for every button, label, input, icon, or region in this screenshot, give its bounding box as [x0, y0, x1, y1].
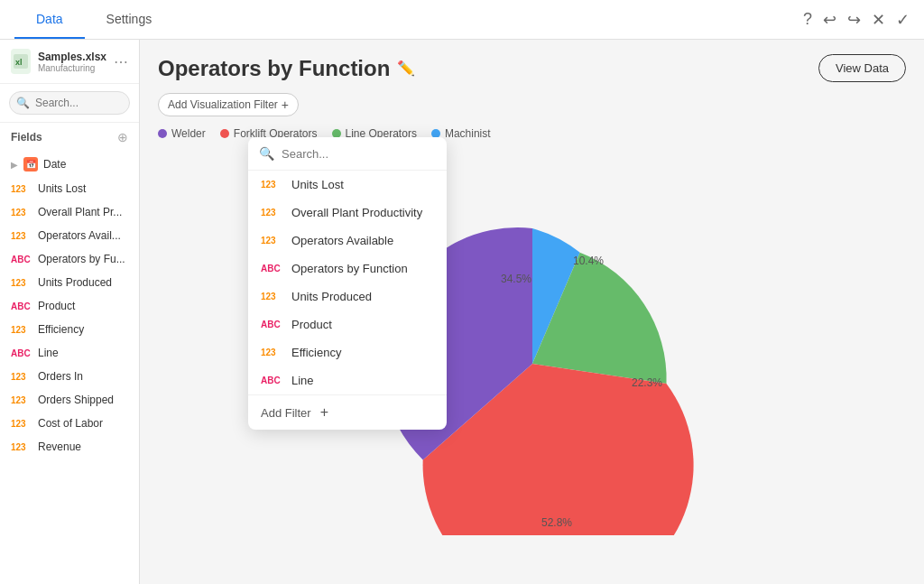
field-item-product[interactable]: ABC Product — [0, 294, 139, 318]
field-type-abc: ABC — [11, 301, 32, 311]
dropdown-item-units-prod[interactable]: 123 Units Produced — [248, 283, 447, 311]
fields-settings-icon[interactable]: ⊕ — [117, 130, 128, 144]
field-item-units-lost[interactable]: 123 Units Lost — [0, 177, 139, 200]
field-item-line[interactable]: ABC Line — [0, 341, 139, 365]
dropdown-label: Product — [291, 318, 332, 331]
add-filter-plus: + — [320, 404, 328, 421]
field-label-orders-shipped: Orders Shipped — [38, 394, 114, 406]
field-type-abc: ABC — [11, 255, 32, 264]
field-type-num: 123 — [11, 184, 32, 194]
field-label-product: Product — [38, 300, 75, 312]
dropdown-type: 123 — [261, 292, 284, 301]
field-item-cost-labor[interactable]: 123 Cost of Labor — [0, 412, 139, 435]
add-filter-button[interactable]: Add Visualization Filter + — [158, 93, 299, 116]
field-type-num: 123 — [11, 419, 32, 429]
field-label-efficiency: Efficiency — [38, 323, 84, 336]
chart-header: Operators by Function ✏️ View Data — [140, 40, 924, 89]
field-item-date[interactable]: ▶ 📅 Date — [0, 152, 139, 177]
field-label-units-lost: Units Lost — [38, 182, 86, 195]
top-bar: Data Settings ? ↩ ↪ ✕ ✓ — [0, 0, 924, 40]
dropdown-label: Operators by Function — [291, 262, 408, 275]
expand-arrow: ▶ — [11, 160, 18, 170]
sidebar: xl Samples.xlsx Manufacturing ⋯ 🔍 Fields… — [0, 40, 140, 584]
help-icon[interactable]: ? — [803, 10, 812, 29]
filter-bar: Add Visualization Filter + — [140, 89, 924, 124]
chart-title: Operators by Function — [158, 56, 390, 81]
field-type-num: 123 — [11, 208, 32, 218]
date-icon: 📅 — [23, 157, 38, 171]
content-area: Operators by Function ✏️ View Data Add V… — [140, 40, 924, 584]
field-item-units-produced[interactable]: 123 Units Produced — [0, 271, 139, 294]
search-dropdown: 🔍 123 Units Lost 123 Overall Plant Produ… — [248, 137, 447, 430]
legend-label-welder: Welder — [171, 127, 206, 140]
field-label-ops-avail: Operators Avail... — [38, 229, 121, 242]
legend-label-machinist: Machinist — [445, 127, 491, 140]
field-item-operators-func[interactable]: ABC Operators by Fu... — [0, 247, 139, 271]
redo-icon[interactable]: ↪ — [847, 10, 861, 30]
tab-bar: Data Settings — [14, 1, 173, 39]
field-list: ▶ 📅 Date 123 Units Lost 123 Overall Plan… — [0, 152, 139, 584]
dropdown-type: ABC — [261, 264, 284, 273]
sidebar-search-icon: 🔍 — [16, 97, 30, 109]
field-label-overall: Overall Plant Pr... — [38, 206, 122, 218]
dropdown-item-overall[interactable]: 123 Overall Plant Productivity — [248, 199, 447, 227]
tab-settings[interactable]: Settings — [85, 1, 174, 39]
view-data-button[interactable]: View Data — [818, 54, 906, 82]
legend-item-welder: Welder — [158, 127, 206, 140]
field-item-orders-shipped[interactable]: 123 Orders Shipped — [0, 388, 139, 412]
field-item-overall-plant[interactable]: 123 Overall Plant Pr... — [0, 200, 139, 224]
dropdown-label: Units Produced — [291, 290, 372, 303]
field-item-operators-avail[interactable]: 123 Operators Avail... — [0, 224, 139, 247]
field-type-num: 123 — [11, 325, 32, 335]
field-item-efficiency[interactable]: 123 Efficiency — [0, 318, 139, 341]
field-type-num: 123 — [11, 442, 32, 452]
field-type-num: 123 — [11, 395, 32, 405]
confirm-icon[interactable]: ✓ — [896, 10, 910, 30]
file-icon: xl — [11, 49, 31, 74]
sidebar-search-area: 🔍 — [0, 84, 139, 123]
field-item-revenue[interactable]: 123 Revenue — [0, 435, 139, 459]
dropdown-item-ops-avail[interactable]: 123 Operators Available — [248, 227, 447, 255]
pct-forklift: 52.8% — [541, 516, 572, 529]
dropdown-type: ABC — [261, 375, 284, 385]
dropdown-type: ABC — [261, 320, 284, 329]
field-label-cost-labor: Cost of Labor — [38, 417, 103, 430]
field-label-line: Line — [38, 347, 59, 359]
field-item-orders-in[interactable]: 123 Orders In — [0, 365, 139, 388]
dropdown-type: 123 — [261, 348, 284, 357]
field-label-date: Date — [43, 158, 66, 171]
dropdown-item-line[interactable]: ABC Line — [248, 366, 447, 394]
dropdown-item-efficiency[interactable]: 123 Efficiency — [248, 338, 447, 366]
dropdown-type: 123 — [261, 236, 284, 246]
file-name: Samples.xlsx — [38, 51, 106, 63]
undo-icon[interactable]: ↩ — [823, 10, 836, 30]
dropdown-search-input[interactable] — [282, 147, 436, 161]
dropdown-label: Efficiency — [291, 346, 341, 359]
close-icon[interactable]: ✕ — [872, 10, 885, 30]
file-info: xl Samples.xlsx Manufacturing ⋯ — [0, 40, 139, 84]
legend-dot-welder — [158, 129, 167, 138]
dropdown-type: 123 — [261, 180, 284, 190]
dropdown-item-product[interactable]: ABC Product — [248, 311, 447, 338]
file-details: Samples.xlsx Manufacturing — [38, 51, 106, 73]
dropdown-label: Overall Plant Productivity — [291, 206, 422, 219]
dropdown-label: Operators Available — [291, 234, 393, 247]
dropdown-search-icon: 🔍 — [259, 146, 274, 161]
svg-text:xl: xl — [15, 58, 23, 67]
fields-header: Fields ⊕ — [0, 123, 139, 152]
file-subtitle: Manufacturing — [38, 63, 106, 73]
edit-title-icon[interactable]: ✏️ — [397, 60, 415, 77]
dropdown-item-ops-func[interactable]: ABC Operators by Function — [248, 255, 447, 283]
dropdown-item-units-lost[interactable]: 123 Units Lost — [248, 171, 447, 199]
fields-label: Fields — [11, 131, 42, 144]
field-type-num: 123 — [11, 278, 32, 288]
dropdown-add-filter[interactable]: Add Filter + — [248, 394, 447, 430]
field-type-num: 123 — [11, 372, 32, 382]
pct-welder: 34.5% — [501, 273, 531, 285]
file-menu-button[interactable]: ⋯ — [114, 53, 128, 70]
field-label-ops-func: Operators by Fu... — [38, 253, 125, 265]
tab-data[interactable]: Data — [14, 1, 85, 39]
chart-title-wrap: Operators by Function ✏️ — [158, 56, 415, 81]
pct-machinist: 10.4% — [573, 255, 604, 267]
toolbar-icons: ? ↩ ↪ ✕ ✓ — [803, 10, 910, 30]
